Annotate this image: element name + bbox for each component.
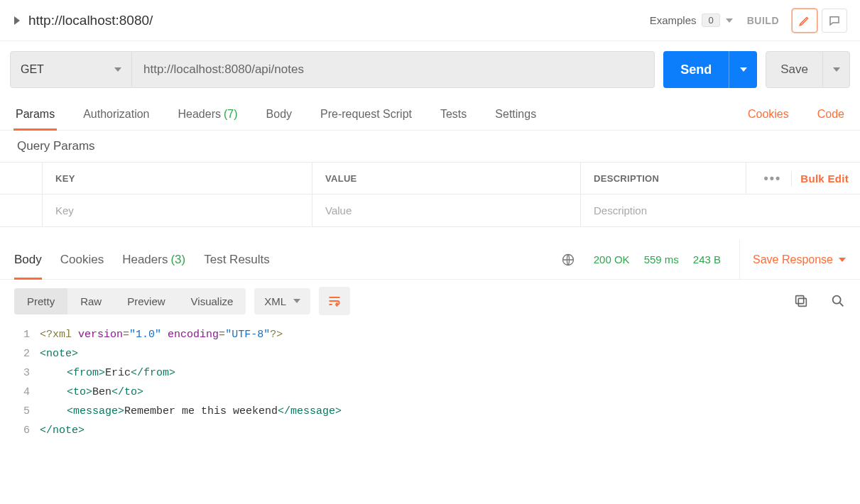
tab-body[interactable]: Body (266, 98, 292, 130)
examples-count-badge: 0 (702, 13, 719, 27)
tab-tests[interactable]: Tests (440, 98, 467, 130)
response-body-code[interactable]: 1 2 3 4 5 6 <?xml version="1.0" encoding… (0, 322, 860, 443)
desc-input[interactable]: Description (581, 195, 860, 226)
wrap-lines-button[interactable] (319, 287, 350, 315)
chevron-down-icon (726, 18, 733, 23)
code-lines: <?xml version="1.0" encoding="UTF-8"?> <… (40, 325, 860, 440)
view-raw[interactable]: Raw (67, 288, 114, 314)
chevron-down-icon (293, 299, 300, 303)
response-tab-test-results[interactable]: Test Results (204, 240, 270, 279)
save-button-label: Save (766, 62, 822, 77)
title-bar: http://localhost:8080/ Examples 0 BUILD (0, 0, 860, 41)
response-tab-headers-label: Headers (122, 253, 168, 267)
response-size: 243 B (693, 253, 721, 265)
col-value-header: VALUE (312, 163, 581, 194)
chevron-down-icon (833, 67, 840, 72)
chevron-down-icon (114, 67, 121, 72)
send-button-label: Send (663, 62, 729, 77)
tab-headers-label: Headers (178, 108, 221, 121)
response-header: Body Cookies Headers (3) Test Results 20… (0, 240, 860, 280)
globe-icon[interactable] (561, 253, 575, 267)
line-number-gutter: 1 2 3 4 5 6 (0, 325, 40, 440)
view-pretty[interactable]: Pretty (14, 288, 67, 314)
response-tab-headers[interactable]: Headers (3) (122, 240, 185, 279)
col-desc-header: DESCRIPTION (581, 163, 746, 194)
request-title: http://localhost:8080/ (28, 13, 153, 28)
params-header-row: KEY VALUE DESCRIPTION ••• Bulk Edit (0, 163, 860, 194)
comment-icon (828, 14, 841, 27)
tab-params[interactable]: Params (16, 98, 55, 130)
tab-headers[interactable]: Headers (7) (178, 98, 238, 130)
format-value: XML (264, 295, 286, 307)
format-select[interactable]: XML (254, 288, 310, 314)
copy-icon[interactable] (793, 293, 809, 309)
http-method-value: GET (21, 63, 44, 76)
response-tab-headers-count: (3) (170, 253, 185, 267)
info-pane-button[interactable] (822, 9, 847, 33)
save-options-dropdown[interactable] (822, 52, 849, 87)
wrap-icon (327, 294, 342, 308)
save-response-dropdown[interactable]: Save Response (739, 240, 846, 279)
response-status: 200 OK 559 ms 243 B (594, 253, 721, 265)
code-link[interactable]: Code (817, 108, 844, 121)
tab-authorization[interactable]: Authorization (83, 98, 149, 130)
url-input[interactable]: http://localhost:8080/api/notes (132, 51, 655, 88)
collapse-toggle-icon[interactable] (14, 16, 20, 25)
bulk-edit-link[interactable]: Bulk Edit (800, 172, 849, 185)
build-button[interactable]: BUILD (747, 15, 779, 26)
tab-settings[interactable]: Settings (495, 98, 536, 130)
query-params-title: Query Params (0, 131, 860, 162)
chevron-down-icon (740, 67, 747, 72)
view-visualize[interactable]: Visualize (178, 288, 246, 314)
response-time: 559 ms (644, 253, 679, 265)
examples-label: Examples (650, 14, 697, 26)
response-tab-cookies[interactable]: Cookies (60, 240, 104, 279)
svg-rect-2 (796, 296, 804, 304)
http-method-select[interactable]: GET (10, 51, 132, 88)
cookies-link[interactable]: Cookies (748, 108, 789, 121)
more-options-icon[interactable]: ••• (763, 171, 792, 186)
value-input[interactable]: Value (312, 195, 581, 226)
view-preview[interactable]: Preview (114, 288, 178, 314)
status-code: 200 OK (594, 253, 630, 265)
params-empty-row[interactable]: Key Value Description (0, 194, 860, 226)
send-options-dropdown[interactable] (729, 51, 757, 88)
svg-point-3 (833, 296, 841, 304)
svg-rect-1 (798, 298, 806, 306)
send-button[interactable]: Send (663, 51, 757, 88)
save-button[interactable]: Save (766, 51, 850, 88)
examples-dropdown[interactable]: Examples 0 (650, 13, 733, 27)
body-view-segment: Pretty Raw Preview Visualize (14, 288, 246, 314)
params-table: KEY VALUE DESCRIPTION ••• Bulk Edit Key … (0, 162, 860, 227)
tab-prerequest[interactable]: Pre-request Script (320, 98, 412, 130)
chevron-down-icon (839, 258, 846, 262)
pencil-icon (798, 14, 811, 27)
tab-headers-count: (7) (224, 108, 238, 121)
response-tab-body[interactable]: Body (14, 240, 42, 279)
request-row: GET http://localhost:8080/api/notes Send… (0, 41, 860, 98)
request-tabs: Params Authorization Headers (7) Body Pr… (0, 98, 860, 131)
search-icon[interactable] (830, 293, 846, 309)
response-toolbar: Pretty Raw Preview Visualize XML (0, 280, 860, 322)
save-response-label: Save Response (753, 253, 833, 266)
comment-mode-button[interactable] (792, 9, 817, 33)
col-key-header: KEY (43, 163, 312, 194)
key-input[interactable]: Key (43, 195, 312, 226)
